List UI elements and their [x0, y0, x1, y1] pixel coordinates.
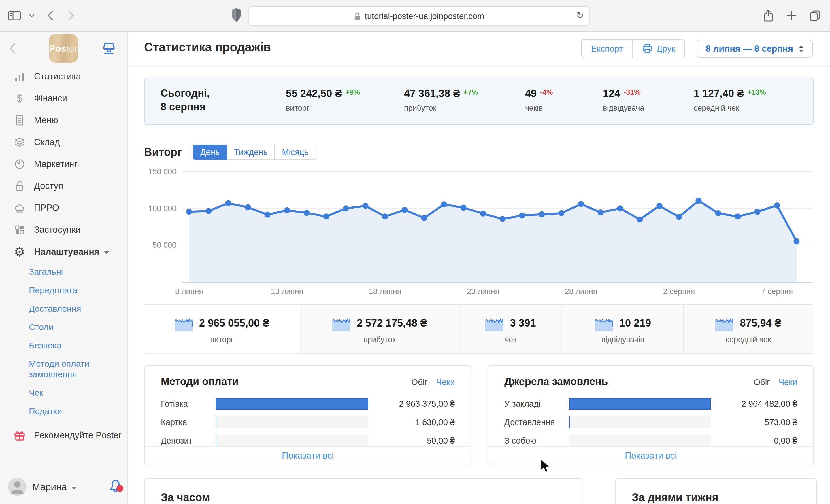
tab-week[interactable]: Тиждень — [227, 144, 275, 160]
period-tabs: День Тиждень Місяць — [193, 144, 316, 160]
bar — [569, 416, 711, 428]
by-time-title: За часом — [145, 479, 583, 504]
bar — [569, 398, 711, 409]
payment-methods-toggle: Обіг Чеки — [411, 377, 455, 387]
dollar-icon: $ — [13, 92, 26, 105]
mouse-cursor — [540, 459, 551, 474]
lock-open-icon — [13, 180, 26, 192]
svg-text:8 липня: 8 липня — [175, 287, 203, 296]
privacy-shield-icon[interactable] — [230, 7, 242, 23]
browser-toolbar: tutorial-poster-ua.joinposter.com ↻ — [0, 0, 830, 32]
total-avg-receipt-cell[interactable]: 875,94 ₴ середній чек — [684, 305, 813, 353]
toolbar-chevron-down-icon[interactable] — [29, 14, 35, 17]
submenu-taxes[interactable]: Податки — [0, 402, 127, 421]
main-content: Статистика продажів Експорт Друк 8 липня… — [128, 32, 830, 504]
poster-logo-text-bold: Pos — [49, 43, 66, 54]
today-title: Сьогодні, 8 серпня — [161, 87, 210, 113]
svg-text:100 000: 100 000 — [148, 204, 177, 213]
toggle-turnover[interactable]: Обіг — [411, 377, 427, 387]
payment-methods-show-all-link[interactable]: Показати всі — [145, 446, 471, 465]
svg-text:50 000: 50 000 — [153, 241, 177, 249]
today-stat-visitors: 124-31% відвідувача — [603, 88, 644, 112]
svg-text:150 000: 150 000 — [148, 167, 177, 176]
submenu-general[interactable]: Загальні — [0, 263, 127, 281]
today-stat-receipts: 49-4% чеків — [525, 88, 553, 112]
export-button[interactable]: Експорт — [582, 40, 632, 58]
user-bar: Марина — [0, 469, 127, 504]
order-sources-show-all-link[interactable]: Показати всі — [488, 446, 813, 465]
submenu-subscription[interactable]: Передплата — [0, 281, 127, 300]
totals-row: 2 965 055,00 ₴ виторг 2 572 175,48 ₴ при… — [144, 304, 813, 354]
printer-icon — [642, 44, 652, 54]
sparkline-icon — [174, 314, 193, 332]
date-range-picker[interactable]: 8 липня — 8 серпня — [697, 40, 813, 58]
sidebar-item-statistics[interactable]: Статистика — [0, 66, 127, 88]
sidebar-item-marketing[interactable]: Маркетинг — [0, 153, 127, 175]
total-revenue-cell[interactable]: 2 965 055,00 ₴ виторг — [144, 305, 300, 353]
sidebar-item-apps[interactable]: Застосунки — [0, 219, 127, 241]
order-sources-title: Джерела замовлень — [504, 375, 608, 388]
order-sources-card: Джерела замовлень Обіг Чеки У закладі 2 … — [488, 365, 814, 465]
avatar[interactable] — [8, 477, 27, 496]
settings-caret-icon — [104, 251, 109, 254]
gear-icon: ⚙ — [13, 245, 26, 258]
settings-submenu: Загальні Передплата Доставлення Столи Бе… — [0, 263, 127, 421]
reload-icon[interactable]: ↻ — [576, 10, 584, 21]
by-weekday-card: За днями тижня — [615, 478, 817, 504]
recommend-poster-link[interactable]: Рекомендуйте Poster — [0, 425, 140, 446]
share-icon[interactable] — [763, 9, 774, 22]
sidebar-header: Poster — [0, 32, 127, 66]
today-stat-profit: 47 361,38 ₴+7% прибуток — [404, 88, 478, 112]
address-bar[interactable]: tutorial-poster-ua.joinposter.com ↻ — [248, 6, 589, 26]
sidebar-item-menu[interactable]: Меню — [0, 109, 127, 131]
new-tab-icon[interactable] — [786, 10, 797, 21]
sidebar-item-prro[interactable]: ПРРО — [0, 197, 127, 219]
today-summary-card: Сьогодні, 8 серпня 55 242,50 ₴+9% виторг… — [144, 78, 814, 125]
sidebar-item-finance[interactable]: $ Фінанси — [0, 88, 127, 109]
notifications-bell-icon[interactable] — [108, 477, 124, 495]
by-time-card: За часом — [144, 478, 583, 504]
sidebar-item-settings[interactable]: ⚙ Налаштування — [0, 241, 127, 263]
sidebar-item-access[interactable]: Доступ — [0, 175, 127, 197]
toggle-receipts[interactable]: Чеки — [779, 377, 797, 387]
svg-text:18 липня: 18 липня — [369, 287, 402, 296]
print-button[interactable]: Друк — [632, 40, 684, 58]
bar — [216, 435, 368, 446]
user-menu[interactable]: Марина — [32, 481, 77, 493]
sparkline-icon — [332, 314, 350, 332]
toggle-receipts[interactable]: Чеки — [436, 377, 455, 387]
tab-month[interactable]: Місяць — [275, 144, 316, 160]
total-receipts-cell[interactable]: 3 391 чек — [459, 305, 562, 353]
forward-button[interactable] — [68, 10, 74, 21]
total-profit-cell[interactable]: 2 572 175,48 ₴ прибуток — [300, 305, 459, 353]
sidebar-item-stock[interactable]: Склад — [0, 131, 127, 153]
lock-icon — [354, 12, 361, 21]
revenue-chart: 150 000100 00050 0008 липня13 липня18 ли… — [128, 161, 830, 299]
gift-icon — [13, 429, 26, 442]
today-stat-avg-receipt: 1 127,40 ₴+13% середній чек — [694, 88, 766, 112]
tab-overview-icon[interactable] — [809, 9, 821, 22]
bar-chart-icon — [13, 70, 26, 83]
sidebar-toggle-icon[interactable] — [7, 10, 21, 21]
bar — [216, 398, 368, 409]
payment-methods-title: Методи оплати — [161, 375, 238, 388]
collapse-sidebar-icon[interactable] — [9, 42, 16, 55]
pos-terminal-icon[interactable] — [101, 41, 117, 56]
sparkline-icon — [485, 314, 504, 332]
tab-day[interactable]: День — [193, 144, 227, 160]
page-title: Статистика продажів — [144, 40, 271, 54]
submenu-payment-methods[interactable]: Методи оплати замовлення — [0, 355, 115, 383]
submenu-security[interactable]: Безпека — [0, 336, 127, 355]
today-stat-revenue: 55 242,50 ₴+9% виторг — [286, 88, 360, 112]
submenu-delivery[interactable]: Доставлення — [0, 300, 127, 318]
back-button[interactable] — [47, 10, 54, 21]
poster-logo[interactable]: Poster — [49, 34, 78, 63]
submenu-receipt[interactable]: Чек — [0, 383, 127, 402]
svg-text:23 липня: 23 липня — [467, 287, 500, 296]
toggle-turnover[interactable]: Обіг — [754, 377, 770, 387]
bar — [216, 416, 368, 428]
svg-text:7 серпня: 7 серпня — [761, 287, 793, 296]
submenu-tables[interactable]: Столи — [0, 318, 127, 336]
total-visitors-cell[interactable]: 10 219 відвідувачів — [562, 305, 684, 353]
payment-row-cash: Готівка 2 963 375,00 ₴ — [161, 395, 455, 413]
